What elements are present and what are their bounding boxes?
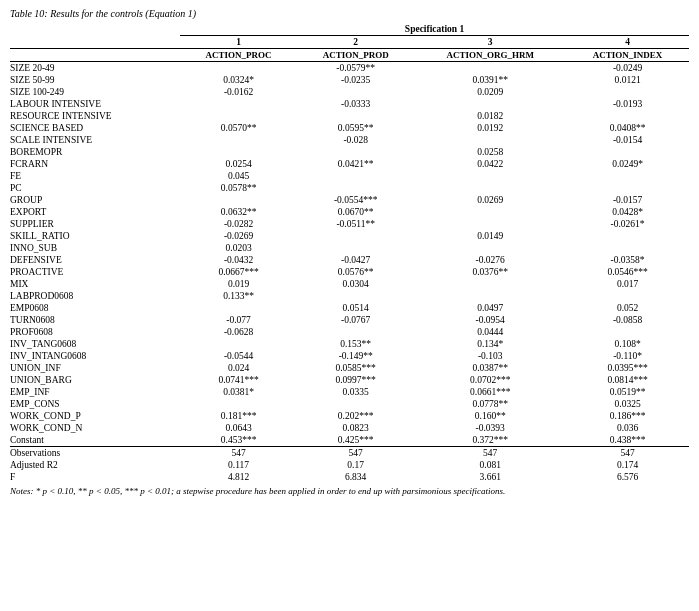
row-label: EMP0608 [10,302,180,314]
table-row: UNION_BARG0.0741***0.0997***0.0702***0.0… [10,374,689,386]
row-cell-2: 0.0304 [297,278,414,290]
row-cell-2: -0.0579** [297,62,414,75]
row-label: PC [10,182,180,194]
row-label: MIX [10,278,180,290]
table-row: SIZE 100-249-0.01620.0209 [10,86,689,98]
col-label-var [10,49,180,62]
table-row: WORK_COND_P0.181***0.202***0.160**0.186*… [10,410,689,422]
row-label: EXPORT [10,206,180,218]
table-row: FE0.045 [10,170,689,182]
row-cell-2 [297,110,414,122]
row-cell-1: -0.0432 [180,254,297,266]
row-cell-4: 0.0519** [566,386,689,398]
stat-cell-3: 0.081 [414,459,566,471]
col-label-4: ACTION_INDEX [566,49,689,62]
row-cell-3: 0.0661*** [414,386,566,398]
row-cell-2: -0.0511** [297,218,414,230]
stat-cell-2: 6.834 [297,471,414,483]
row-label: PROACTIVE [10,266,180,278]
row-label: SCIENCE BASED [10,122,180,134]
row-cell-3: 0.0192 [414,122,566,134]
row-cell-2: 0.0823 [297,422,414,434]
row-cell-2 [297,182,414,194]
row-cell-3 [414,290,566,302]
table-row: FCRARN0.02540.0421**0.04220.0249* [10,158,689,170]
table-row: SUPPLIER-0.0282-0.0511**-0.0261* [10,218,689,230]
table-row: EMP06080.05140.04970.052 [10,302,689,314]
row-label: UNION_BARG [10,374,180,386]
row-cell-3: -0.0954 [414,314,566,326]
row-cell-4: -0.110* [566,350,689,362]
row-cell-3: 0.0391** [414,74,566,86]
row-cell-4: 0.036 [566,422,689,434]
row-cell-2: 0.0670** [297,206,414,218]
row-cell-1 [180,134,297,146]
row-cell-1 [180,110,297,122]
row-cell-4: -0.0858 [566,314,689,326]
row-cell-3: 0.0444 [414,326,566,338]
row-cell-3 [414,218,566,230]
stat-cell-1: 547 [180,447,297,460]
stat-row: F4.8126.8343.6616.576 [10,471,689,483]
row-label: SCALE INTENSIVE [10,134,180,146]
table-row: BOREMOPR0.0258 [10,146,689,158]
row-cell-3: 0.160** [414,410,566,422]
row-cell-1: 0.133** [180,290,297,302]
table-row: GROUP-0.0554***0.0269-0.0157 [10,194,689,206]
row-cell-1: 0.0741*** [180,374,297,386]
col-num-empty [10,36,180,49]
row-cell-1: -0.0544 [180,350,297,362]
row-label: EMP_CONS [10,398,180,410]
table-row: EMP_CONS0.0778**0.0325 [10,398,689,410]
row-cell-3: 0.0778** [414,398,566,410]
row-label: INV_INTANG0608 [10,350,180,362]
row-label: GROUP [10,194,180,206]
results-table: Specification 1 1 2 3 4 ACTION_PROC ACTI… [10,23,689,483]
row-cell-2 [297,326,414,338]
row-label: SUPPLIER [10,218,180,230]
table-row: INNO_SUB0.0203 [10,242,689,254]
table-title: Table 10: Results for the controls (Equa… [10,8,689,19]
row-cell-2 [297,146,414,158]
row-cell-4 [566,170,689,182]
row-cell-3 [414,170,566,182]
row-cell-2 [297,170,414,182]
row-cell-2 [297,290,414,302]
row-cell-4: 0.052 [566,302,689,314]
row-label: SIZE 100-249 [10,86,180,98]
spec-header: Specification 1 [180,23,689,36]
row-cell-1: -0.0628 [180,326,297,338]
row-cell-4: 0.0249* [566,158,689,170]
row-cell-1 [180,62,297,75]
row-label: FE [10,170,180,182]
row-cell-1: -0.0282 [180,218,297,230]
row-cell-1 [180,194,297,206]
row-label: SIZE 20-49 [10,62,180,75]
row-label: SKILL_RATIO [10,230,180,242]
row-cell-3 [414,134,566,146]
row-cell-4: 0.0428* [566,206,689,218]
table-row: EXPORT0.0632**0.0670**0.0428* [10,206,689,218]
row-cell-2: -0.028 [297,134,414,146]
row-cell-4: 0.0121 [566,74,689,86]
row-cell-2: 0.0335 [297,386,414,398]
row-cell-4: 0.0395*** [566,362,689,374]
row-cell-4 [566,242,689,254]
col-label-1: ACTION_PROC [180,49,297,62]
row-cell-2: 0.0576** [297,266,414,278]
row-cell-2 [297,398,414,410]
row-cell-3: 0.0497 [414,302,566,314]
row-cell-1: 0.181*** [180,410,297,422]
row-cell-3: -0.0393 [414,422,566,434]
row-cell-2: 0.425*** [297,434,414,447]
table-row: SKILL_RATIO-0.02690.0149 [10,230,689,242]
row-cell-3: 0.0702*** [414,374,566,386]
table-row: INV_INTANG0608-0.0544-0.149**-0.103-0.11… [10,350,689,362]
row-cell-1: 0.0570** [180,122,297,134]
col-label-2: ACTION_PROD [297,49,414,62]
row-cell-4 [566,182,689,194]
row-cell-4 [566,146,689,158]
row-cell-3: 0.372*** [414,434,566,447]
row-cell-1: 0.0324* [180,74,297,86]
row-cell-4 [566,230,689,242]
